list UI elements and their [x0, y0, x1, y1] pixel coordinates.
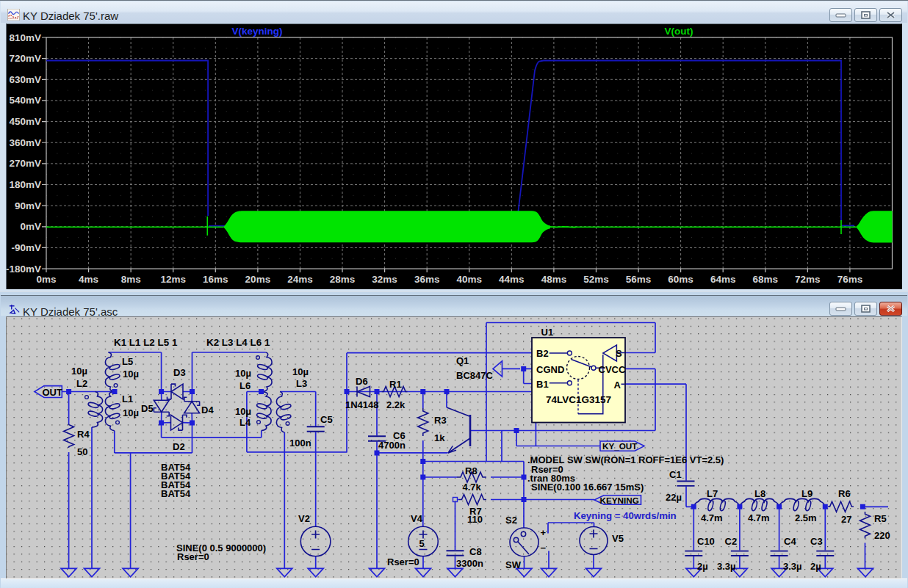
svg-text:76ms: 76ms	[837, 274, 863, 285]
svg-text:-180mV: -180mV	[6, 264, 41, 275]
svg-text:8ms: 8ms	[121, 274, 141, 285]
svg-text:L4: L4	[239, 417, 251, 428]
svg-text:V4: V4	[411, 513, 423, 524]
svg-text:4.7k: 4.7k	[463, 482, 482, 493]
svg-text:OUT: OUT	[43, 387, 63, 398]
svg-text:C3: C3	[810, 536, 823, 547]
svg-text:C10: C10	[697, 536, 715, 547]
svg-text:360mV: 360mV	[9, 137, 41, 148]
svg-text:74LVC1G3157: 74LVC1G3157	[546, 394, 611, 405]
svg-text:D3: D3	[173, 367, 186, 378]
svg-text:L2: L2	[76, 378, 87, 389]
svg-text:V(out): V(out)	[665, 26, 693, 37]
svg-text:Q1: Q1	[456, 355, 469, 366]
svg-text:32ms: 32ms	[372, 274, 397, 285]
svg-text:12ms: 12ms	[160, 274, 186, 285]
svg-text:52ms: 52ms	[583, 274, 609, 285]
svg-text:S2: S2	[505, 515, 517, 526]
svg-text:U1: U1	[541, 327, 554, 338]
svg-text:0mV: 0mV	[20, 221, 41, 232]
svg-text:-90mV: -90mV	[11, 242, 41, 253]
svg-text:R4: R4	[77, 429, 90, 440]
svg-text:B2: B2	[536, 348, 549, 359]
svg-text:SW: SW	[505, 559, 522, 570]
svg-text:Rser=0: Rser=0	[387, 556, 419, 567]
svg-text:100n: 100n	[289, 438, 311, 449]
svg-text:C2: C2	[725, 536, 738, 547]
svg-text:4.7m: 4.7m	[748, 512, 770, 523]
svg-text:L3: L3	[296, 378, 307, 389]
svg-text:V2: V2	[298, 513, 310, 524]
svg-text:−: −	[541, 542, 547, 553]
svg-text:D4: D4	[201, 404, 214, 415]
svg-text:10µ: 10µ	[235, 406, 251, 417]
svg-text:10µ: 10µ	[123, 407, 139, 418]
svg-text:2.5m: 2.5m	[795, 512, 817, 523]
svg-text:630mV: 630mV	[9, 74, 41, 85]
svg-text:2µ: 2µ	[697, 561, 708, 572]
svg-text:C4: C4	[784, 536, 796, 547]
svg-text:R6: R6	[838, 488, 851, 499]
svg-text:90mV: 90mV	[15, 200, 41, 211]
svg-text:V(keyning): V(keyning)	[231, 26, 282, 37]
svg-text:56ms: 56ms	[626, 274, 652, 285]
svg-text:K1 L1 L2 L5 1: K1 L1 L2 L5 1	[114, 337, 178, 348]
svg-text:3300n: 3300n	[456, 558, 483, 569]
svg-text:CVCC: CVCC	[599, 364, 626, 375]
svg-text:16ms: 16ms	[203, 274, 228, 285]
svg-text:L6: L6	[239, 380, 251, 391]
svg-text:3.3µ: 3.3µ	[717, 561, 736, 572]
svg-text:540mV: 540mV	[9, 95, 41, 106]
svg-text:270mV: 270mV	[9, 158, 41, 169]
svg-text:810mV: 810mV	[9, 32, 41, 43]
svg-text:1N4148: 1N4148	[345, 399, 379, 410]
svg-text:L7: L7	[707, 488, 718, 499]
svg-text:10µ: 10µ	[235, 368, 251, 379]
svg-text:40ms: 40ms	[456, 274, 482, 285]
svg-text:36ms: 36ms	[414, 274, 440, 285]
svg-text:A: A	[614, 380, 621, 391]
svg-text:60ms: 60ms	[668, 274, 693, 285]
svg-text:CGND: CGND	[536, 364, 564, 375]
svg-text:L8: L8	[754, 488, 765, 499]
svg-text:S: S	[616, 348, 622, 359]
svg-text:4ms: 4ms	[79, 274, 98, 285]
svg-text:C1: C1	[669, 469, 682, 480]
svg-text:50: 50	[77, 446, 87, 457]
svg-text:10µ: 10µ	[292, 366, 309, 377]
svg-text:5: 5	[419, 538, 425, 549]
svg-text:D6: D6	[356, 376, 368, 387]
svg-text:180mV: 180mV	[9, 179, 41, 190]
svg-text:+: +	[541, 527, 547, 538]
svg-text:68ms: 68ms	[753, 274, 779, 285]
svg-text:L1: L1	[122, 393, 133, 404]
svg-text:0ms: 0ms	[36, 274, 56, 285]
svg-text:R3: R3	[434, 415, 447, 426]
svg-text:720mV: 720mV	[9, 53, 41, 64]
svg-text:R5: R5	[874, 513, 887, 524]
svg-text:72ms: 72ms	[795, 274, 821, 285]
svg-text:K2 L3 L4 L6 1: K2 L3 L4 L6 1	[206, 337, 270, 348]
svg-text:64ms: 64ms	[710, 274, 736, 285]
svg-text:22µ: 22µ	[666, 492, 682, 503]
svg-text:10µ: 10µ	[123, 369, 139, 380]
svg-text:D2: D2	[173, 441, 185, 452]
svg-text:L5: L5	[122, 356, 133, 367]
svg-text:28ms: 28ms	[330, 274, 356, 285]
svg-text:450mV: 450mV	[9, 116, 41, 127]
svg-text:1k: 1k	[434, 432, 445, 443]
svg-text:10µ: 10µ	[71, 366, 87, 377]
svg-text:V5: V5	[612, 533, 624, 544]
svg-text:24ms: 24ms	[287, 274, 313, 285]
svg-text:48ms: 48ms	[541, 274, 567, 285]
svg-text:110: 110	[467, 514, 483, 525]
svg-text:20ms: 20ms	[245, 274, 271, 285]
svg-text:44ms: 44ms	[499, 274, 525, 285]
svg-text:4700n: 4700n	[378, 440, 406, 451]
svg-text:B1: B1	[536, 379, 549, 390]
svg-text:D5: D5	[141, 403, 154, 414]
svg-text:220: 220	[874, 530, 890, 541]
svg-text:27: 27	[841, 514, 851, 525]
svg-text:C5: C5	[320, 414, 333, 425]
svg-text:2µ: 2µ	[810, 561, 821, 572]
